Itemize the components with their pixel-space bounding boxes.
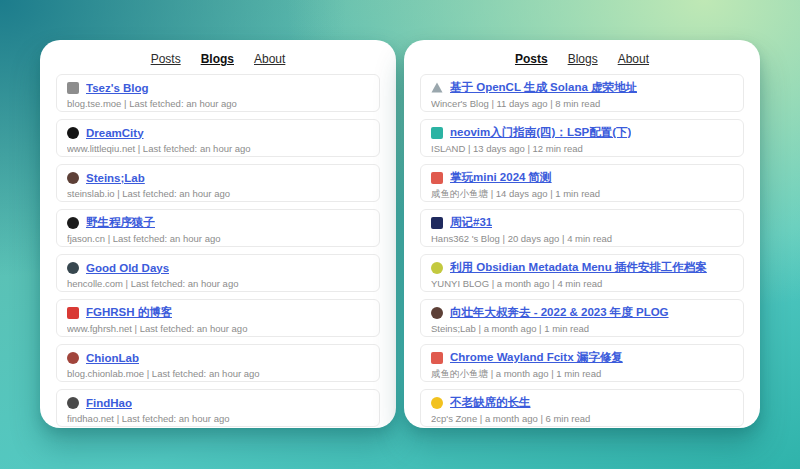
right-nav: Posts Blogs About bbox=[420, 48, 744, 74]
blog-link[interactable]: 野生程序猿子 bbox=[86, 215, 155, 230]
posts-panel: Posts Blogs About 基于 OpenCL 生成 Solana 虚荣… bbox=[404, 40, 760, 428]
post-meta: 咸鱼的小鱼塘 | a month ago | 1 min read bbox=[431, 368, 733, 381]
post-favicon-icon bbox=[431, 172, 443, 184]
blog-meta: blog.tse.moe | Last fetched: an hour ago bbox=[67, 98, 369, 109]
blog-link[interactable]: Steins;Lab bbox=[86, 172, 145, 184]
blog-meta: steinslab.io | Last fetched: an hour ago bbox=[67, 188, 369, 199]
post-list-item: 利用 Obsidian Metadata Menu 插件安排工作档案 YUNYI… bbox=[420, 254, 744, 292]
nav-posts[interactable]: Posts bbox=[151, 52, 181, 66]
post-list-item: 掌玩mini 2024 简测 咸鱼的小鱼塘 | 14 days ago | 1 … bbox=[420, 164, 744, 202]
post-favicon-icon bbox=[431, 262, 443, 274]
post-meta: Steins;Lab | a month ago | 1 min read bbox=[431, 323, 733, 334]
blog-favicon-icon bbox=[67, 217, 79, 229]
blog-link[interactable]: FindHao bbox=[86, 397, 132, 409]
post-meta: 咸鱼的小鱼塘 | 14 days ago | 1 min read bbox=[431, 188, 733, 201]
blog-favicon-icon bbox=[67, 352, 79, 364]
post-meta: 2cp's Zone | a month ago | 6 min read bbox=[431, 413, 733, 424]
left-nav: Posts Blogs About bbox=[56, 48, 380, 74]
blog-favicon-icon bbox=[67, 82, 79, 94]
blog-meta: fjason.cn | Last fetched: an hour ago bbox=[67, 233, 369, 244]
nav-posts[interactable]: Posts bbox=[515, 52, 548, 66]
blog-list-item: Tsez's Blog blog.tse.moe | Last fetched:… bbox=[56, 74, 380, 112]
blog-favicon-icon bbox=[67, 262, 79, 274]
blog-meta: www.fghrsh.net | Last fetched: an hour a… bbox=[67, 323, 369, 334]
blogs-panel: Posts Blogs About Tsez's Blog blog.tse.m… bbox=[40, 40, 396, 428]
blog-link[interactable]: Tsez's Blog bbox=[86, 82, 149, 94]
blog-meta: www.littleqiu.net | Last fetched: an hou… bbox=[67, 143, 369, 154]
nav-blogs[interactable]: Blogs bbox=[568, 52, 598, 66]
post-meta: Wincer's Blog | 11 days ago | 8 min read bbox=[431, 98, 733, 109]
blog-link[interactable]: FGHRSH 的博客 bbox=[86, 305, 172, 320]
nav-about[interactable]: About bbox=[618, 52, 649, 66]
post-link[interactable]: 向壮年大叔奔去 - 2022 & 2023 年度 PLOG bbox=[450, 305, 669, 320]
blog-list-item: 野生程序猿子 fjason.cn | Last fetched: an hour… bbox=[56, 209, 380, 247]
nav-about[interactable]: About bbox=[254, 52, 285, 66]
blog-link[interactable]: Good Old Days bbox=[86, 262, 169, 274]
blog-list-item: FGHRSH 的博客 www.fghrsh.net | Last fetched… bbox=[56, 299, 380, 337]
post-favicon-icon bbox=[431, 397, 443, 409]
post-meta: ISLAND | 13 days ago | 12 min read bbox=[431, 143, 733, 154]
blog-meta: hencolle.com | Last fetched: an hour ago bbox=[67, 278, 369, 289]
blog-list-item: Good Old Days hencolle.com | Last fetche… bbox=[56, 254, 380, 292]
blog-favicon-icon bbox=[67, 172, 79, 184]
nav-blogs[interactable]: Blogs bbox=[201, 52, 234, 66]
post-link[interactable]: 掌玩mini 2024 简测 bbox=[450, 170, 552, 185]
blog-meta: blog.chionlab.moe | Last fetched: an hou… bbox=[67, 368, 369, 379]
post-link[interactable]: Chrome Wayland Fcitx 漏字修复 bbox=[450, 350, 623, 365]
post-list-item: neovim入门指南(四)：LSP配置(下) ISLAND | 13 days … bbox=[420, 119, 744, 157]
post-favicon-icon bbox=[431, 217, 443, 229]
post-list-item: 周记#31 Hans362 's Blog | 20 days ago | 4 … bbox=[420, 209, 744, 247]
blog-link[interactable]: ChionLab bbox=[86, 352, 139, 364]
blog-list-item: ChionLab blog.chionlab.moe | Last fetche… bbox=[56, 344, 380, 382]
post-list-item: 不老缺席的长生 2cp's Zone | a month ago | 6 min… bbox=[420, 389, 744, 427]
blog-meta: findhao.net | Last fetched: an hour ago bbox=[67, 413, 369, 424]
blog-favicon-icon bbox=[67, 127, 79, 139]
post-list-item: Chrome Wayland Fcitx 漏字修复 咸鱼的小鱼塘 | a mon… bbox=[420, 344, 744, 382]
post-link[interactable]: 利用 Obsidian Metadata Menu 插件安排工作档案 bbox=[450, 260, 707, 275]
post-link[interactable]: 基于 OpenCL 生成 Solana 虚荣地址 bbox=[450, 80, 637, 95]
blog-list-item: DreamCity www.littleqiu.net | Last fetch… bbox=[56, 119, 380, 157]
post-favicon-icon bbox=[431, 82, 443, 94]
blog-list-item: FindHao findhao.net | Last fetched: an h… bbox=[56, 389, 380, 427]
blog-favicon-icon bbox=[67, 307, 79, 319]
blog-favicon-icon bbox=[67, 397, 79, 409]
post-list-item: 基于 OpenCL 生成 Solana 虚荣地址 Wincer's Blog |… bbox=[420, 74, 744, 112]
blog-link[interactable]: DreamCity bbox=[86, 127, 144, 139]
post-list-item: 向壮年大叔奔去 - 2022 & 2023 年度 PLOG Steins;Lab… bbox=[420, 299, 744, 337]
blog-list-item: Steins;Lab steinslab.io | Last fetched: … bbox=[56, 164, 380, 202]
post-meta: Hans362 's Blog | 20 days ago | 4 min re… bbox=[431, 233, 733, 244]
post-meta: YUNYI BLOG | a month ago | 4 min read bbox=[431, 278, 733, 289]
post-favicon-icon bbox=[431, 352, 443, 364]
post-link[interactable]: neovim入门指南(四)：LSP配置(下) bbox=[450, 125, 631, 140]
post-link[interactable]: 周记#31 bbox=[450, 215, 492, 230]
post-favicon-icon bbox=[431, 127, 443, 139]
post-favicon-icon bbox=[431, 307, 443, 319]
post-link[interactable]: 不老缺席的长生 bbox=[450, 395, 531, 410]
